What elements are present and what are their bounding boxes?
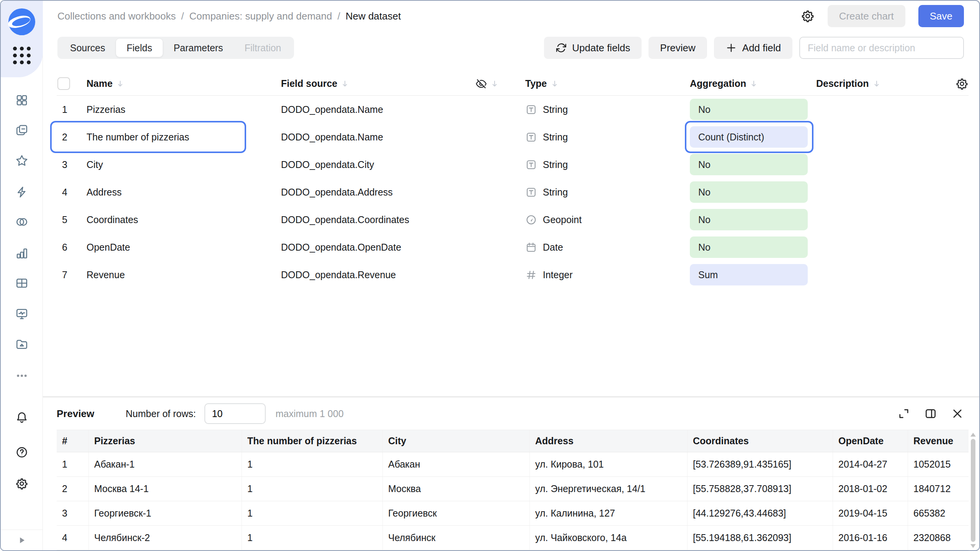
sort-arrow-icon[interactable] — [116, 79, 125, 88]
field-type-select[interactable]: Date — [525, 241, 690, 253]
sort-arrow-icon[interactable] — [340, 79, 350, 88]
cell: 2019-04-15 — [833, 501, 908, 525]
table-row-selected[interactable]: 2 The number of pizzerias DODO_opendata.… — [57, 123, 969, 151]
aggregation-badge: Count (Distinct) — [690, 126, 808, 148]
field-source[interactable]: DODO_opendata.Revenue — [281, 269, 475, 280]
column-header-aggregation[interactable]: Aggregation — [690, 78, 746, 89]
sort-arrow-icon[interactable] — [749, 79, 758, 88]
help-icon[interactable] — [15, 446, 28, 459]
more-icon[interactable] — [15, 369, 29, 383]
datasets-icon[interactable] — [15, 215, 29, 229]
breadcrumb-item[interactable]: Companies: supply and demand — [189, 10, 332, 22]
column-header-source[interactable]: Field source — [281, 78, 337, 89]
field-aggregation-select[interactable]: No — [690, 236, 816, 258]
tab-filtration[interactable]: Filtration — [234, 39, 292, 57]
sort-arrow-icon[interactable] — [490, 79, 499, 88]
row-number: 2 — [57, 132, 87, 143]
field-source[interactable]: DODO_opendata.Name — [281, 132, 475, 143]
apps-grid-icon[interactable] — [13, 47, 31, 64]
field-type-select[interactable]: String — [525, 131, 690, 143]
field-type-select[interactable]: String — [525, 186, 690, 198]
dock-right-icon[interactable] — [924, 407, 937, 420]
breadcrumb-item[interactable]: Collections and workbooks — [57, 10, 176, 22]
column-header-name[interactable]: Name — [87, 78, 113, 89]
field-aggregation-select[interactable]: No — [690, 99, 816, 120]
scroll-up-arrow-icon[interactable] — [970, 433, 976, 437]
field-type-select[interactable]: String — [525, 159, 690, 171]
field-type-label: String — [543, 104, 568, 115]
storage-folder-icon[interactable] — [15, 337, 29, 351]
preview-button[interactable]: Preview — [648, 37, 707, 59]
field-aggregation-select[interactable]: Sum — [690, 264, 816, 285]
monitoring-icon[interactable] — [15, 307, 29, 321]
bar-chart-icon[interactable] — [15, 246, 29, 260]
table-row[interactable]: 1 Pizzerias DODO_opendata.Name String No — [57, 96, 969, 123]
field-name[interactable]: Coordinates — [87, 214, 281, 225]
cell: [44.129276,43.44683] — [688, 501, 833, 525]
preview-col-index: # — [57, 430, 89, 452]
close-preview-icon[interactable] — [951, 407, 964, 420]
settings-icon[interactable] — [15, 477, 28, 490]
field-source[interactable]: DODO_opendata.Name — [281, 104, 475, 115]
top-bar: Collections and workbooks / Companies: s… — [43, 1, 979, 31]
column-header-type[interactable]: Type — [525, 78, 547, 89]
field-source[interactable]: DODO_opendata.OpenDate — [281, 242, 475, 253]
field-aggregation-select[interactable]: No — [690, 154, 816, 175]
scrollbar-thumb[interactable] — [971, 439, 975, 542]
field-type-select[interactable]: String — [525, 104, 690, 116]
field-aggregation-select[interactable]: No — [690, 209, 816, 230]
cell: 1 — [242, 501, 383, 525]
update-fields-button[interactable]: Update fields — [544, 37, 642, 59]
table-settings-gear-icon[interactable] — [956, 77, 969, 90]
dataset-settings-gear-icon[interactable] — [801, 9, 815, 23]
preview-col-pizzerias: Pizzerias — [89, 430, 242, 452]
number-of-rows-input[interactable] — [204, 403, 266, 424]
add-field-button[interactable]: Add field — [714, 37, 792, 59]
tab-fields[interactable]: Fields — [116, 39, 163, 57]
field-name[interactable]: The number of pizzerias — [87, 132, 281, 143]
field-aggregation-select[interactable]: No — [690, 181, 816, 203]
star-icon[interactable] — [15, 154, 29, 168]
field-name[interactable]: OpenDate — [87, 242, 281, 253]
field-type-select[interactable]: Integer — [525, 269, 690, 281]
tab-sources[interactable]: Sources — [59, 39, 116, 57]
column-header-description[interactable]: Description — [816, 78, 869, 89]
field-name[interactable]: Revenue — [87, 269, 281, 280]
field-name[interactable]: Address — [87, 187, 281, 198]
sort-arrow-icon[interactable] — [872, 79, 881, 88]
preview-scrollbar[interactable] — [969, 431, 977, 550]
field-name[interactable]: Pizzerias — [87, 104, 281, 115]
field-source[interactable]: DODO_opendata.Address — [281, 187, 475, 198]
table-row[interactable]: 5 Coordinates DODO_opendata.Coordinates … — [57, 206, 969, 233]
eye-off-icon[interactable] — [475, 78, 487, 90]
scroll-down-arrow-icon[interactable] — [970, 544, 976, 548]
select-all-checkbox[interactable] — [57, 77, 70, 90]
bell-icon[interactable] — [15, 411, 28, 424]
breadcrumb-separator: / — [181, 10, 184, 22]
collections-icon[interactable] — [15, 123, 29, 137]
field-type-select[interactable]: Geopoint — [525, 214, 690, 226]
fields-table: Name Field source Type Aggregation — [57, 72, 969, 289]
expand-preview-icon[interactable] — [897, 407, 910, 420]
cell: ул. Калинина, 127 — [530, 501, 688, 525]
lightning-icon[interactable] — [15, 185, 29, 199]
cell: 2 — [57, 477, 89, 501]
field-name[interactable]: City — [87, 159, 281, 170]
create-chart-button[interactable]: Create chart — [828, 5, 905, 27]
datalens-logo[interactable] — [8, 8, 36, 36]
field-aggregation-select[interactable]: Count (Distinct) — [690, 126, 816, 148]
table-row[interactable]: 7 Revenue DODO_opendata.Revenue Integer … — [57, 261, 969, 289]
field-source[interactable]: DODO_opendata.City — [281, 159, 475, 170]
squares-four-icon[interactable] — [15, 93, 29, 107]
sort-arrow-icon[interactable] — [550, 79, 559, 88]
save-button[interactable]: Save — [918, 5, 964, 27]
table-row[interactable]: 3 City DODO_opendata.City String No — [57, 151, 969, 178]
table-icon[interactable] — [15, 276, 29, 290]
table-row[interactable]: 6 OpenDate DODO_opendata.OpenDate Date N… — [57, 233, 969, 261]
plus-icon — [725, 42, 737, 54]
table-row[interactable]: 4 Address DODO_opendata.Address String N… — [57, 178, 969, 206]
expand-sidebar-icon[interactable] — [16, 535, 27, 546]
field-source[interactable]: DODO_opendata.Coordinates — [281, 214, 475, 225]
field-search-input[interactable] — [799, 37, 964, 59]
tab-parameters[interactable]: Parameters — [163, 39, 234, 57]
